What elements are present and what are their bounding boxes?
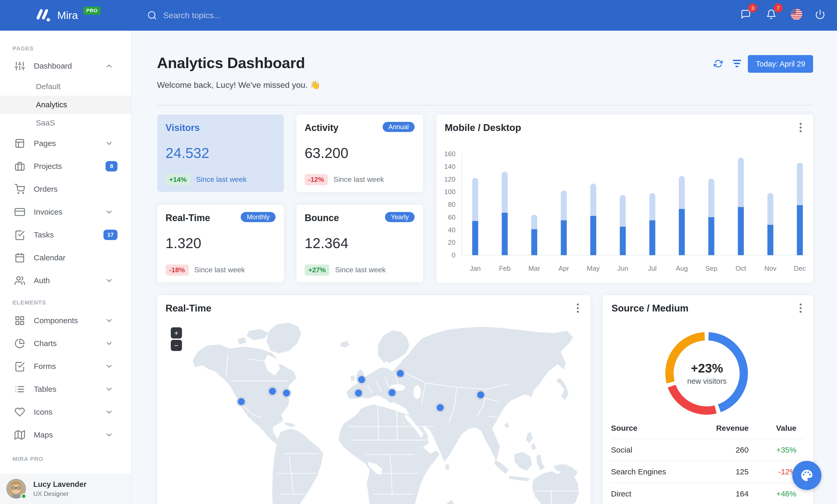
svg-text:120: 120	[444, 175, 456, 183]
svg-text:Dec: Dec	[794, 264, 806, 272]
svg-text:Jan: Jan	[470, 264, 481, 272]
svg-text:Nov: Nov	[764, 264, 776, 272]
svg-text:140: 140	[444, 163, 456, 170]
svg-text:60: 60	[448, 213, 456, 221]
svg-text:May: May	[587, 264, 600, 272]
svg-text:80: 80	[448, 201, 456, 208]
svg-text:160: 160	[444, 150, 456, 158]
svg-text:0: 0	[452, 251, 456, 259]
svg-text:Feb: Feb	[499, 264, 511, 272]
svg-text:20: 20	[448, 239, 456, 246]
svg-text:100: 100	[444, 188, 456, 195]
svg-text:Mar: Mar	[529, 264, 540, 272]
svg-text:40: 40	[448, 226, 456, 234]
svg-text:Apr: Apr	[558, 264, 569, 272]
svg-text:Jun: Jun	[617, 264, 628, 272]
svg-text:Sep: Sep	[705, 264, 717, 272]
svg-text:Oct: Oct	[736, 264, 746, 272]
svg-text:Jul: Jul	[648, 264, 657, 272]
svg-text:Aug: Aug	[676, 264, 688, 272]
